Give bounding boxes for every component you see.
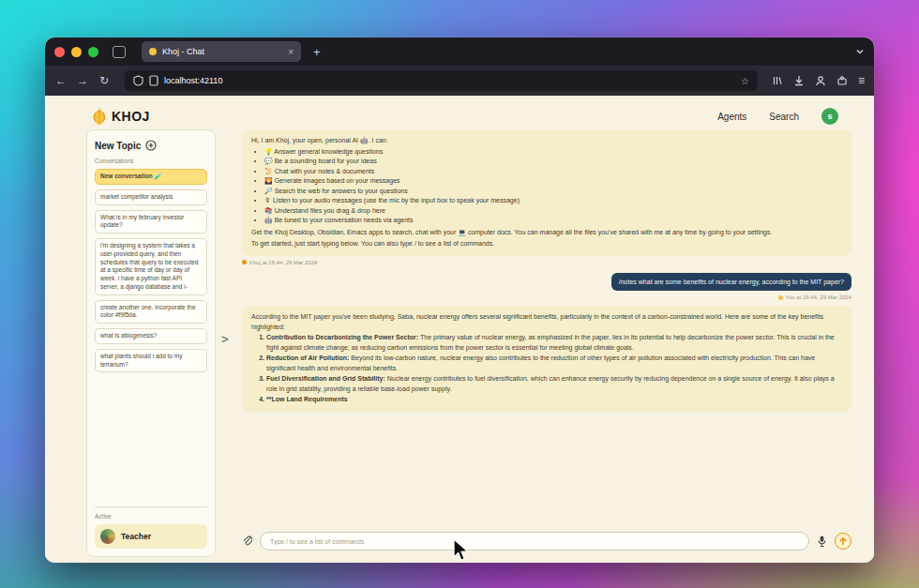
browser-tab[interactable]: Khoj - Chat × (142, 41, 301, 62)
up-arrow-icon (838, 536, 848, 546)
khoj-message-timestamp: Khoj at 16:44, 29 Mar 2024 (242, 260, 851, 265)
welcome-footer: To get started, just start typing below.… (251, 239, 842, 249)
chat-input[interactable] (260, 532, 809, 550)
welcome-bullet: 🎙 Listen to your audio messages (use the… (264, 196, 842, 206)
user-message-row: /notes what are some benefits of nuclear… (242, 273, 851, 292)
welcome-bullet: 💡 Answer general knowledge questions (264, 147, 842, 158)
microphone-icon[interactable] (817, 535, 827, 548)
page-info-icon[interactable] (149, 75, 158, 86)
downloads-icon[interactable] (793, 75, 805, 86)
conversations-sidebar: New Topic Conversations New conversation… (86, 129, 216, 557)
user-message-bubble: /notes what are some benefits of nuclear… (611, 273, 851, 292)
firefox-view-icon[interactable] (113, 46, 126, 58)
khoj-icon (242, 260, 247, 264)
user-avatar[interactable]: s (821, 108, 838, 125)
desktop-background: { "browser": { "tab_title": "Khoj - Chat… (0, 0, 919, 588)
tab-title: Khoj - Chat (162, 47, 204, 56)
browser-toolbar: ← → ↻ localhost:42110 ☆ (45, 66, 874, 96)
conversation-item[interactable]: market competitor analysis (95, 189, 207, 205)
minimize-window-button[interactable] (71, 47, 82, 57)
conversation-item[interactable]: New conversation 🧪 (95, 169, 207, 185)
tab-close-icon[interactable]: × (288, 47, 294, 57)
conversation-item[interactable]: what plants should i add to my terrarium… (95, 349, 207, 373)
sidebar-collapse-chevron[interactable]: > (221, 332, 229, 346)
message-composer (242, 531, 851, 551)
nav-search-link[interactable]: Search (769, 112, 799, 122)
browser-tab-bar: Khoj - Chat × + (45, 38, 874, 66)
agent-avatar (100, 529, 115, 544)
attach-file-paperclip-icon[interactable] (242, 535, 252, 548)
benefit-item: Reduction of Air Pollution: Beyond its l… (266, 354, 842, 373)
sidebar-spacer (95, 377, 207, 506)
conversations-label: Conversations (95, 158, 207, 164)
benefit-item: Fuel Diversification and Grid Stability:… (266, 374, 842, 394)
welcome-bullet: 🌄 Generate images based on your messages (264, 176, 842, 187)
extensions-icon[interactable] (836, 75, 848, 86)
conversation-item[interactable]: i'm designing a system that takes a user… (95, 238, 207, 295)
welcome-bullet: 🤖 Be tuned to your conversation needs vi… (264, 216, 842, 226)
lantern-icon (92, 107, 107, 126)
account-icon[interactable] (815, 75, 826, 86)
welcome-bullet-list: 💡 Answer general knowledge questions 💬 B… (251, 147, 842, 226)
benefit-item: Contribution to Decarbonizing the Power … (266, 333, 842, 353)
active-section-label: Active (95, 506, 207, 520)
new-tab-button[interactable]: + (313, 45, 321, 59)
url-text: localhost:42110 (164, 76, 222, 85)
conversation-item[interactable]: what is abiogenesis? (95, 328, 207, 344)
conversation-item[interactable]: What is in my february investor update? (95, 210, 207, 234)
bookmark-star-icon[interactable]: ☆ (741, 76, 749, 86)
khoj-app-page: KHOJ Agents Search s New Topic Conversat… (45, 96, 874, 563)
user-icon (778, 295, 783, 300)
maximize-window-button[interactable] (88, 47, 98, 57)
khoj-logo[interactable]: KHOJ (92, 107, 150, 126)
khoj-welcome-message: Hi, I am Khoj, your open, personal AI 🤖.… (242, 129, 851, 256)
khoj-favicon-icon (149, 48, 157, 55)
welcome-bullet: 💬 Be a sounding board for your ideas (264, 157, 842, 167)
user-message-timestamp: You at 16:44, 29 Mar 2024 (242, 294, 851, 300)
list-tabs-chevron-icon[interactable] (855, 47, 865, 56)
menu-icon[interactable]: ≡ (858, 74, 865, 87)
benefit-item: **Low Land Requirements (266, 395, 842, 405)
chat-area: Hi, I am Khoj, your open, personal AI 🤖.… (242, 129, 851, 523)
refresh-button[interactable]: ↻ (98, 74, 111, 87)
welcome-intro: Hi, I am Khoj, your open, personal AI 🤖.… (251, 136, 842, 146)
new-topic-button[interactable]: New Topic (95, 140, 207, 151)
welcome-footer: Get the Khoj Desktop, Obsidian, Emacs ap… (251, 228, 842, 238)
close-window-button[interactable] (54, 47, 65, 57)
nav-agents-link[interactable]: Agents (717, 112, 746, 122)
welcome-bullet: 🔎 Search the web for answers to your que… (264, 187, 842, 197)
shield-icon[interactable] (133, 75, 143, 86)
forward-button[interactable]: → (76, 74, 89, 87)
active-agent-item[interactable]: Teacher (95, 524, 207, 549)
khoj-answer-message: According to the MIT paper you've been s… (242, 306, 851, 413)
answer-intro: According to the MIT paper you've been s… (251, 312, 842, 332)
agent-name: Teacher (121, 532, 151, 541)
welcome-bullet: 📜 Chat with your notes & documents (264, 167, 842, 177)
library-icon[interactable] (772, 75, 783, 86)
app-header: KHOJ Agents Search s (45, 96, 874, 129)
toolbar-icons: ≡ (772, 74, 865, 87)
welcome-bullet: 📚 Understand files you drag & drop here (264, 206, 842, 217)
browser-window: Khoj - Chat × + ← → ↻ localhost:42110 ☆ (45, 38, 874, 563)
conversation-item[interactable]: create another one. incorporate the colo… (95, 300, 207, 324)
answer-benefits-list: Contribution to Decarbonizing the Power … (251, 333, 842, 405)
url-bar[interactable]: localhost:42110 ☆ (125, 70, 758, 91)
back-button[interactable]: ← (54, 74, 68, 87)
send-message-button[interactable] (835, 533, 851, 550)
logo-text: KHOJ (112, 109, 150, 124)
plus-circle-icon (145, 140, 157, 151)
app-nav: Agents Search s (717, 108, 838, 125)
new-topic-label: New Topic (95, 141, 141, 151)
